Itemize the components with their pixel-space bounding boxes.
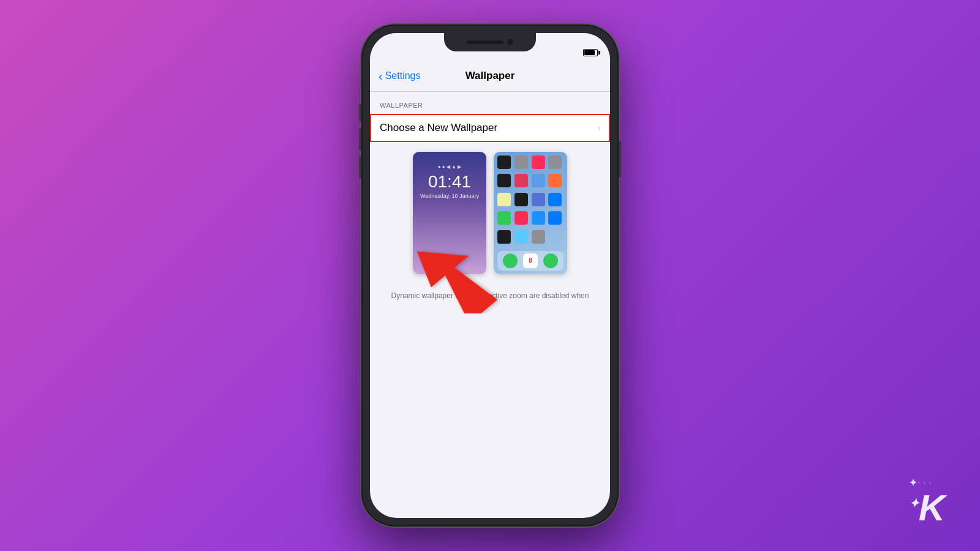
watermark-logo: ✦K	[909, 490, 943, 527]
calendar-dock-icon: 8	[523, 253, 538, 268]
lock-screen-thumbnail: ● ● ◀ ▲ ▶ 01:41 Wednesday, 10 January	[413, 152, 486, 274]
app-icon-17	[497, 230, 511, 244]
notch	[444, 33, 536, 51]
volume-down-button	[359, 156, 361, 178]
chevron-icon: ›	[597, 122, 600, 133]
section-header: WALLPAPER	[370, 92, 610, 114]
app-icon-7	[532, 174, 545, 187]
back-label: Settings	[385, 70, 421, 81]
battery-fill	[584, 50, 595, 55]
phone-frame: ‹ Settings Wallpaper WALLPAPER Choose a …	[361, 24, 619, 527]
app-icon-18	[514, 230, 528, 244]
back-chevron-icon: ‹	[379, 70, 383, 82]
app-icon-9	[497, 193, 511, 206]
app-icon-19	[532, 230, 545, 244]
battery-icon	[583, 49, 598, 56]
app-icon-6	[514, 174, 528, 187]
lock-screen-date: Wednesday, 10 January	[420, 193, 479, 199]
volume-up-button	[359, 129, 361, 151]
home-screen-thumbnail: 8	[494, 152, 567, 274]
app-icon-2	[514, 156, 528, 169]
power-button	[619, 141, 621, 178]
background: ‹ Settings Wallpaper WALLPAPER Choose a …	[0, 0, 980, 551]
bottom-caption: Dynamic wallpaper and perspective zoom a…	[370, 284, 610, 307]
app-icon-15	[532, 211, 545, 225]
app-icon-3	[532, 156, 545, 169]
app-icon-13	[497, 211, 511, 225]
watermark-container: ✦ · · · ✦K	[909, 477, 943, 527]
phone-dock-icon	[503, 253, 518, 268]
phone-screen: ‹ Settings Wallpaper WALLPAPER Choose a …	[370, 33, 610, 518]
back-button[interactable]: ‹ Settings	[379, 70, 420, 82]
notch-camera	[507, 39, 513, 45]
watermark-letter: K	[919, 487, 943, 528]
notch-speaker	[467, 40, 503, 44]
app-icon-5	[497, 174, 511, 187]
lock-screen-time: 01:41	[428, 172, 471, 192]
app-icon-1	[497, 156, 511, 169]
silent-button	[359, 104, 361, 121]
watermark-plus: ✦	[909, 497, 918, 510]
app-icon-10	[514, 193, 528, 206]
app-icon-16	[548, 211, 562, 225]
status-right	[583, 49, 598, 56]
app-icon-14	[514, 211, 528, 225]
choose-wallpaper-label: Choose a New Wallpaper	[380, 122, 497, 134]
app-icon-4	[548, 156, 562, 169]
app-icon-12	[548, 193, 562, 206]
preview-area: ● ● ◀ ▲ ▶ 01:41 Wednesday, 10 January	[370, 142, 610, 284]
app-icon-11	[532, 193, 545, 206]
page-title: Wallpaper	[466, 70, 515, 82]
messages-dock-icon	[543, 253, 558, 268]
nav-bar: ‹ Settings Wallpaper	[370, 60, 610, 92]
choose-wallpaper-cell[interactable]: Choose a New Wallpaper ›	[370, 114, 610, 142]
content-area: WALLPAPER Choose a New Wallpaper › ● ● ◀…	[370, 92, 610, 518]
app-icon-8	[548, 174, 562, 187]
